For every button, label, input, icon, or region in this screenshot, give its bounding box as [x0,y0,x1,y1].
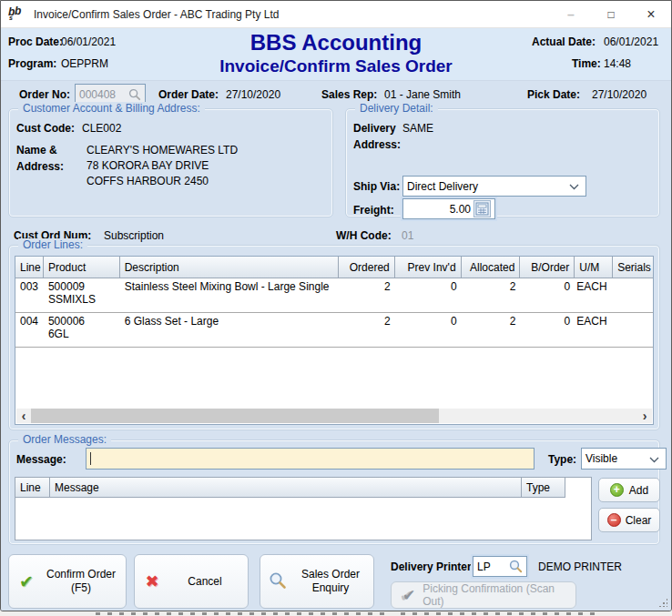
delivery-printer-label: Delivery Printer: [391,560,475,573]
msg-scrollbar-gutter [565,478,591,498]
col-header-serials[interactable]: Serials [613,257,653,278]
titlebar[interactable]: bsb Invoice/Confirm Sales Order - ABC Tr… [1,1,671,28]
col-header-ordered[interactable]: Ordered [339,257,395,278]
cell-ordered: 2 [339,313,395,347]
ship-via-label: Ship Via: [353,180,400,193]
order-line-row[interactable]: 004 5000066GL 6 Glass Set - Large 2 0 2 … [15,313,653,348]
customer-billing-group: Customer Account & Billing Address: Cust… [8,108,333,217]
calculator-icon [475,202,489,216]
msg-col-header-message[interactable]: Message [50,478,522,498]
order-date-value: 27/10/2020 [226,88,280,101]
order-lines-group: Order Lines: Line Product Description Or… [8,245,660,430]
freight-field[interactable]: 5.00 [402,198,495,219]
header-band: Proc Date: 06/01/2021 Program: OEPPRM BB… [1,28,671,81]
message-type-dropdown[interactable]: Visible [581,448,667,470]
horizontal-scrollbar[interactable]: ‹ › [16,409,652,423]
enquiry-button-label: Sales OrderEnquiry [295,568,373,595]
cell-description: Stainless Steel Mixing Bowl - Large Sing… [120,278,339,312]
delivery-detail-group: Delivery Detail: Delivery Address: SAME … [345,108,660,217]
background-text-fragment [96,612,387,615]
cell-product: 500009SSMIXLS [44,278,120,312]
customer-address-line2: COFFS HARBOUR 2450 [87,175,209,187]
sales-rep-label: Sales Rep: [321,88,377,101]
col-header-allocated[interactable]: Allocated [462,257,521,278]
order-date-label: Order Date: [158,88,219,101]
delivery-label: Delivery [353,122,396,135]
order-no-value: 000408 [79,88,116,101]
maximize-button[interactable]: □ [591,1,631,27]
name-label: Name & [16,144,57,157]
message-input[interactable] [86,448,535,470]
add-message-button[interactable]: + Add [598,478,660,502]
screen: bsb Invoice/Confirm Sales Order - ABC Tr… [0,0,672,616]
col-header-product[interactable]: Product [44,257,120,278]
cell-border: 0 [520,278,575,312]
order-messages-group: Order Messages: Message: Type: Visible L… [8,439,660,545]
messages-header-row: Line Message Type [15,478,591,498]
sales-order-enquiry-button[interactable]: Sales OrderEnquiry [260,554,374,609]
ship-via-dropdown[interactable]: Direct Delivery [402,176,586,197]
address-label: Address: [16,160,64,173]
sales-rep-value: 01 - Jane Smith [384,88,461,101]
calculator-button[interactable] [473,200,491,217]
confirm-button-label: Confirm Order(F5) [44,568,126,595]
chevron-down-icon [649,457,659,463]
pick-date-value: 27/10/2020 [592,88,647,101]
msg-col-header-line[interactable]: Line [15,478,50,498]
order-no-search-icon[interactable] [128,88,141,101]
picking-button-label: Picking Confirmation (Scan Out) [423,582,575,608]
pick-date-label: Pick Date: [527,88,580,101]
scrollbar-thumb[interactable] [31,409,439,423]
cell-product: 5000066GL [44,313,120,347]
col-header-border[interactable]: B/Order [520,257,575,278]
add-button-label: Add [629,484,648,497]
order-lines-table: Line Product Description Ordered Prev In… [15,256,654,425]
scroll-right-icon[interactable]: › [637,409,652,423]
cell-serials [613,278,653,312]
time-label: Time: [572,57,601,70]
cell-um: EACH [575,278,613,312]
minimize-button[interactable]: – [551,1,591,27]
picking-confirmation-button[interactable]: ✔ Picking Confirmation (Scan Out) [391,581,576,609]
cell-description: 6 Glass Set - Large [120,313,339,347]
col-header-um[interactable]: U/M [575,257,613,278]
message-label: Message: [16,453,66,466]
col-header-line[interactable]: Line [15,257,44,278]
enquiry-search-icon [260,571,295,592]
printer-name-value: DEMO PRINTER [538,560,622,573]
resize-grip[interactable] [658,598,667,607]
scroll-left-icon[interactable]: ‹ [16,409,31,423]
wh-code-value: 01 [402,229,413,242]
cell-prev-invd: 0 [395,313,462,347]
col-header-description[interactable]: Description [120,257,339,278]
cell-serials [613,313,653,347]
cell-border: 0 [520,313,575,347]
cancel-cross-icon: ✖ [135,571,169,591]
confirm-check-icon: ✔ [9,571,44,592]
cell-prev-invd: 0 [395,278,462,312]
app-logo-icon: bsb [8,7,25,22]
cust-ord-num-value: Subscription [104,229,164,242]
cancel-button[interactable]: ✖ Cancel [134,554,249,609]
confirm-order-button[interactable]: ✔ Confirm Order(F5) [8,554,127,609]
clear-messages-button[interactable]: – Clear [598,508,660,532]
clear-button-label: Clear [626,514,652,527]
actual-date-label: Actual Date: [532,35,596,48]
cancel-button-label: Cancel [169,575,248,589]
order-line-row[interactable]: 003 500009SSMIXLS Stainless Steel Mixing… [15,278,653,313]
cell-um: EACH [575,313,613,347]
body: Order No: 000408 Order Date: 27/10/2020 … [1,81,671,611]
close-button[interactable]: × [631,1,671,27]
order-lines-group-title: Order Lines: [18,238,87,251]
col-header-prev-invd[interactable]: Prev Inv'd [395,257,462,278]
printer-search-icon[interactable] [509,560,523,573]
chevron-down-icon [569,184,579,190]
order-messages-group-title: Order Messages: [18,433,111,446]
clear-icon: – [607,513,621,527]
caption-buttons: – □ × [551,1,671,27]
msg-col-header-type[interactable]: Type [522,478,565,498]
delivery-printer-field[interactable]: LP [473,556,527,577]
window-title: Invoice/Confirm Sales Order - ABC Tradin… [34,8,279,21]
background-text-fragment [401,612,601,615]
scrollbar-track[interactable] [31,409,637,423]
